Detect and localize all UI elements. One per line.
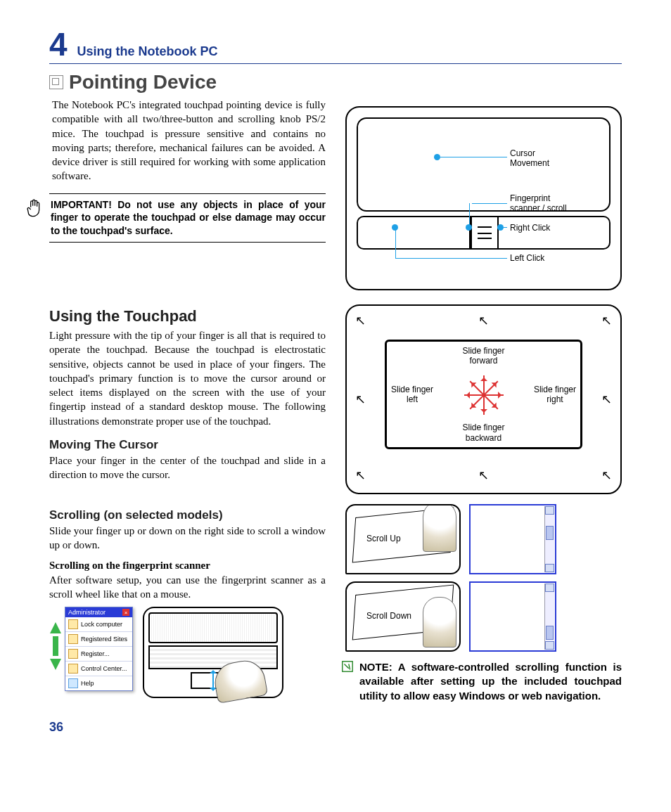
menu-item-icon: [68, 619, 78, 629]
page-title: Pointing Device: [49, 71, 622, 94]
cursor-icon: ↖︎: [601, 313, 612, 328]
note-text: NOTE: A software-controlled scrolling fu…: [359, 660, 622, 703]
fp-menu-label: Control Center...: [81, 665, 127, 672]
chapter-title: Using the Notebook PC: [77, 44, 218, 59]
cursor-icon: ↖︎: [355, 313, 366, 328]
finger-icon: [423, 597, 456, 647]
direction-arrows-icon: [463, 373, 505, 415]
scroll-window-down: [469, 581, 556, 652]
label-slide-backward: Slide finger backward: [462, 423, 504, 443]
label-slide-right: Slide finger right: [534, 385, 576, 405]
fp-menu-label: Registered Sites: [81, 636, 127, 643]
scroll-window-up: [469, 504, 556, 574]
fp-menu-item: Lock computer: [65, 617, 132, 632]
fp-menu-label: Lock computer: [81, 621, 122, 628]
cursor-icon: ↖︎: [478, 468, 489, 483]
label-fingerprint-scanner: Fingerprint scanner / scroll: [510, 193, 567, 214]
label-scroll-down: Scroll Down: [366, 611, 411, 621]
laptop-sketch: [143, 607, 283, 698]
scroll-up-pad: Scroll Up: [345, 504, 461, 574]
touchpad-diagram: Cursor Movement Fingerprint scanner / sc…: [345, 106, 622, 290]
cursor-icon: ↖︎: [355, 392, 366, 407]
touchpad-paragraph: Light pressure with the tip of your fing…: [49, 328, 326, 428]
intro-paragraph: The Notebook PC's integrated touchpad po…: [52, 98, 326, 183]
close-icon: ×: [122, 609, 129, 616]
important-callout: IMPORTANT! Do not use any objects in pla…: [49, 193, 326, 243]
note-icon: [341, 660, 354, 673]
fp-menu-title: Administrator: [68, 609, 106, 616]
note-callout: NOTE: A software-controlled scrolling fu…: [345, 660, 622, 703]
green-scroll-arrows-icon: [49, 619, 62, 676]
stop-hand-icon: [25, 198, 44, 238]
fp-menu-item: Registered Sites: [65, 632, 132, 647]
label-cursor-movement: Cursor Movement: [510, 148, 549, 169]
heading-scrolling: Scrolling (on selected models): [49, 508, 326, 522]
cursor-icon: ↖︎: [601, 468, 612, 483]
fp-menu-label: Help: [81, 680, 94, 687]
fp-menu-label: Register...: [81, 650, 110, 657]
finger-icon: [423, 504, 456, 552]
heading-fp-scrolling: Scrolling on the fingerprint scanner: [49, 560, 326, 572]
scroll-diagram-group: Scroll Up Scroll Down: [345, 504, 622, 652]
heading-moving-cursor: Moving The Cursor: [49, 438, 326, 452]
menu-item-icon: [68, 634, 78, 644]
fp-menu-item: Register...: [65, 647, 132, 662]
menu-item-icon: [68, 649, 78, 659]
chapter-header: 4 Using the Notebook PC: [49, 28, 622, 64]
section-icon: [49, 75, 63, 89]
chapter-number: 4: [49, 28, 68, 60]
scrolling-paragraph: Slide your finger up or down on the righ…: [49, 524, 326, 553]
scroll-down-pad: Scroll Down: [345, 581, 461, 652]
page-number: 36: [49, 720, 622, 735]
label-right-click: Right Click: [510, 223, 550, 233]
menu-item-icon: [68, 664, 78, 674]
fp-scrolling-paragraph: After software setup, you can use the fi…: [49, 573, 326, 602]
label-slide-left: Slide finger left: [391, 385, 433, 405]
moving-cursor-paragraph: Place your finger in the center of the t…: [49, 453, 326, 482]
fp-menu-item: Control Center...: [65, 662, 132, 676]
cursor-icon: ↖︎: [478, 313, 489, 328]
slide-finger-diagram: ↖︎ ↖︎ ↖︎ ↖︎ ↖︎ ↖︎ ↖︎ ↖︎: [345, 304, 622, 494]
help-icon: [68, 678, 78, 688]
label-slide-forward: Slide finger forward: [462, 346, 504, 366]
fingerprint-menu: Administrator × Lock computer Registered…: [65, 607, 133, 691]
heading-using-touchpad: Using the Touchpad: [49, 307, 326, 326]
cursor-icon: ↖︎: [601, 392, 612, 407]
important-text: IMPORTANT! Do not use any objects in pla…: [51, 198, 326, 238]
h1-text: Pointing Device: [69, 71, 217, 94]
cursor-icon: ↖︎: [355, 468, 366, 483]
fp-menu-item: Help: [65, 676, 132, 690]
label-left-click: Left Click: [510, 253, 544, 263]
label-scroll-up: Scroll Up: [366, 534, 401, 543]
